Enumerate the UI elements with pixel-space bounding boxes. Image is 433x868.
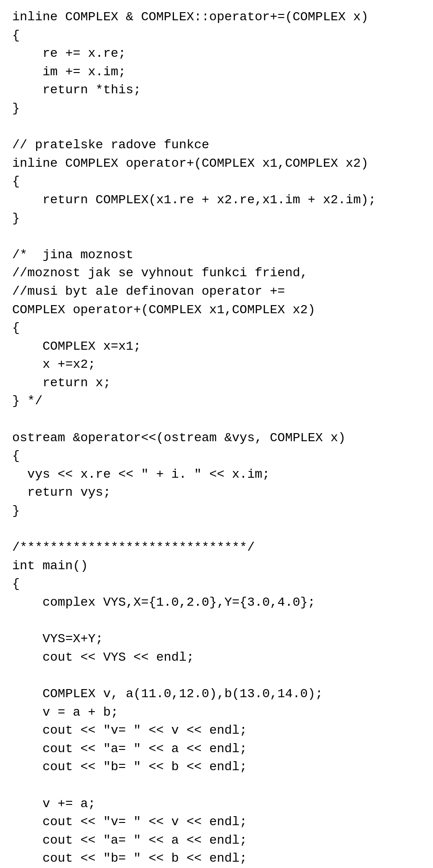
code-container: inline COMPLEX & COMPLEX::operator+=(COM… — [7, 5, 433, 868]
code-content: inline COMPLEX & COMPLEX::operator+=(COM… — [12, 8, 433, 868]
